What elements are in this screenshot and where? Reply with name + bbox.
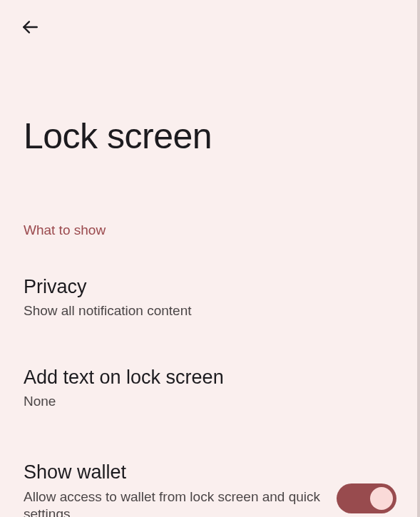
- section-header: What to show: [24, 222, 420, 238]
- back-button[interactable]: [13, 10, 47, 44]
- setting-show-wallet-subtitle: Allow access to wallet from lock screen …: [24, 488, 325, 517]
- scrollbar[interactable]: [417, 0, 420, 517]
- setting-add-text[interactable]: Add text on lock screen None: [0, 366, 420, 411]
- setting-privacy-title: Privacy: [24, 275, 396, 298]
- show-wallet-toggle[interactable]: [337, 483, 396, 513]
- setting-privacy-subtitle: Show all notification content: [24, 302, 396, 320]
- toggle-thumb: [370, 487, 393, 510]
- setting-show-wallet-title: Show wallet: [24, 461, 325, 483]
- setting-show-wallet[interactable]: Show wallet Allow access to wallet from …: [0, 461, 420, 517]
- setting-add-text-subtitle: None: [24, 393, 396, 411]
- setting-privacy[interactable]: Privacy Show all notification content: [0, 275, 420, 320]
- page-title: Lock screen: [24, 116, 420, 157]
- back-arrow-icon: [21, 18, 39, 36]
- setting-add-text-title: Add text on lock screen: [24, 366, 396, 389]
